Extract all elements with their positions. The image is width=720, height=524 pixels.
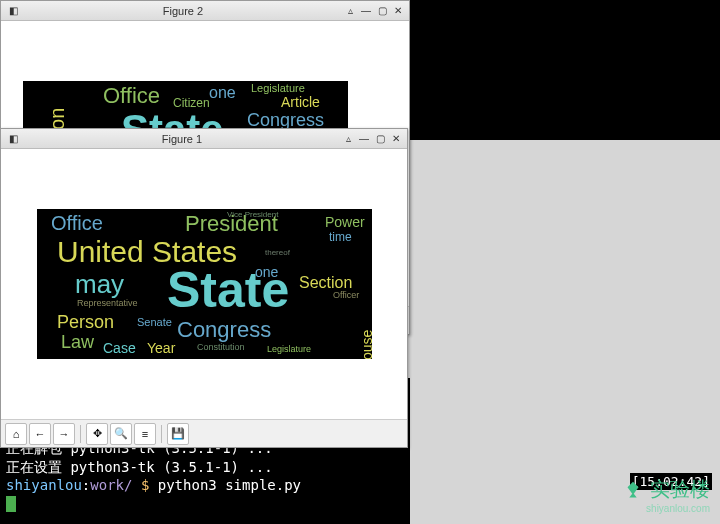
wc1-word: Person (57, 313, 114, 331)
watermark: 实验楼 shiyanlou.com (622, 476, 710, 514)
wc1-word: thereof (265, 249, 290, 257)
terminal-line: 正在设置 python3-tk (3.5.1-1) ... (6, 458, 404, 477)
wc1-word: may (75, 271, 124, 297)
figure1-title: Figure 1 (25, 133, 339, 145)
prompt-dollar: $ (132, 477, 157, 493)
wc1-word: Power (325, 215, 365, 229)
pan-button[interactable]: ✥ (86, 423, 108, 445)
figure1-toolbar: ⌂ ← → ✥ 🔍 ≡ 💾 (1, 419, 407, 447)
wc2-word: Office (103, 85, 160, 107)
prompt-command: python3 simple.py (158, 477, 301, 493)
minimize-button[interactable]: ▵ (343, 4, 357, 18)
close-button[interactable]: ✕ (391, 4, 405, 18)
minimize-button[interactable]: ▵ (341, 132, 355, 146)
cursor (6, 496, 16, 512)
restore-button[interactable]: — (359, 4, 373, 18)
close-button[interactable]: ✕ (389, 132, 403, 146)
wc1-word: Office (51, 213, 103, 233)
wc2-word: one (209, 85, 236, 101)
figure2-titlebar[interactable]: ◧ Figure 2 ▵ — ▢ ✕ (1, 1, 409, 21)
home-button[interactable]: ⌂ (5, 423, 27, 445)
wc2-word: Legislature (251, 83, 305, 94)
wc1-word: Section (299, 275, 352, 291)
wc1-word: Congress (177, 319, 271, 341)
forward-button[interactable]: → (53, 423, 75, 445)
figure1-canvas: Office President United States may State… (1, 149, 407, 419)
wc1-word: Senate (137, 317, 172, 328)
wc2-word: Congress (247, 111, 324, 129)
wc1-word: House (360, 330, 372, 359)
back-button[interactable]: ← (29, 423, 51, 445)
watermark-brand: 实验楼 (650, 478, 710, 500)
figure2-title: Figure 2 (25, 5, 341, 17)
prompt-user: shiyanlou (6, 477, 82, 493)
app-icon: ◧ (5, 131, 21, 147)
wc1-word: Officer (333, 291, 359, 300)
app-icon: ◧ (5, 3, 21, 19)
toolbar-divider (161, 425, 162, 443)
background-dark-panel (410, 0, 720, 140)
wc1-word: time (329, 231, 352, 243)
wc1-word: Representative (77, 299, 138, 308)
watermark-sub: shiyanlou.com (622, 503, 710, 514)
figure1-titlebar[interactable]: ◧ Figure 1 ▵ — ▢ ✕ (1, 129, 407, 149)
figure1-window: ◧ Figure 1 ▵ — ▢ ✕ Office President Unit… (0, 128, 408, 448)
restore-button[interactable]: — (357, 132, 371, 146)
wc1-word: Legislature (267, 345, 311, 354)
wc1-word: Vice President (227, 211, 278, 219)
wc1-word: one (255, 265, 278, 279)
shiyanlou-logo-icon (622, 480, 644, 502)
maximize-button[interactable]: ▢ (373, 132, 387, 146)
prompt-path: work/ (90, 477, 132, 493)
save-button[interactable]: 💾 (167, 423, 189, 445)
wc1-word: Law (61, 333, 94, 351)
maximize-button[interactable]: ▢ (375, 4, 389, 18)
configure-button[interactable]: ≡ (134, 423, 156, 445)
wc2-word: Citizen (173, 97, 210, 109)
toolbar-divider (80, 425, 81, 443)
wordcloud-1: Office President United States may State… (37, 209, 372, 359)
zoom-button[interactable]: 🔍 (110, 423, 132, 445)
terminal-prompt-line: shiyanlou:work/ $ python3 simple.py (6, 476, 404, 495)
wc1-word: Year (147, 341, 175, 355)
wc1-word: Case (103, 341, 136, 355)
wc1-word: Constitution (197, 343, 245, 352)
wc2-word: Article (281, 95, 320, 109)
